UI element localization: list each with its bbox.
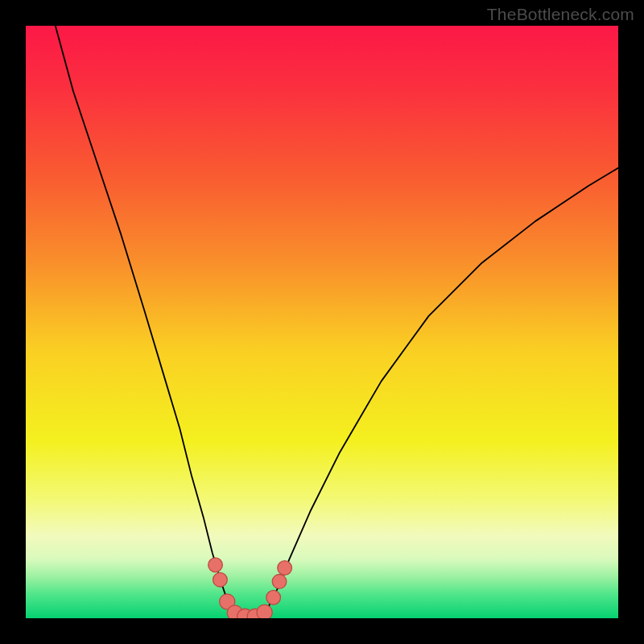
- marker-point: [278, 561, 292, 576]
- plot-area: [26, 26, 618, 618]
- marker-point: [272, 575, 287, 589]
- marker-point: [266, 590, 281, 605]
- frame-border: TheBottleneck.com: [0, 0, 644, 644]
- watermark-text: TheBottleneck.com: [487, 5, 634, 24]
- marker-point: [213, 572, 228, 587]
- curve-left-branch: [56, 26, 233, 615]
- curve-layer: [26, 26, 618, 618]
- marker-point: [257, 605, 272, 618]
- marker-point: [208, 558, 223, 572]
- curve-right-branch: [262, 168, 618, 616]
